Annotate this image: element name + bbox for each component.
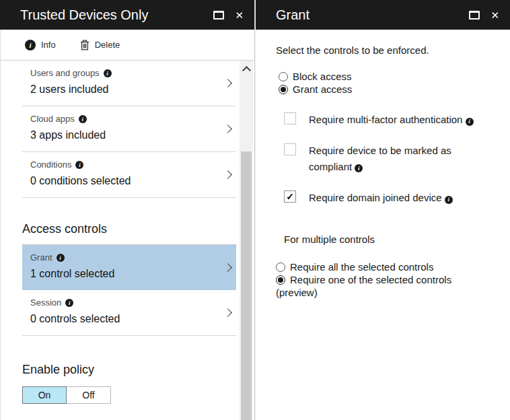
info-badge-icon: i [79,115,87,123]
access-controls-heading: Access controls [22,222,236,236]
radio-selected-icon [279,85,288,94]
multiple-controls-radio-group: Require all the selected controls Requir… [276,261,491,298]
checkmark-icon: ✓ [286,192,294,201]
chevron-right-icon [223,308,232,317]
policy-settings-list: Users and groups i 2 users included Clou… [22,61,236,404]
grant-blade-content: Select the controls to be enforced. Bloc… [256,30,510,298]
maximize-icon [469,11,480,20]
radio-require-one-control[interactable]: Require one of the selected controls [276,274,491,285]
chevron-right-icon [223,79,232,88]
require-compliant-label: Require device to be marked as compliant [309,145,451,172]
info-badge-icon: i [355,164,363,172]
session-value: 0 controls selected [30,313,220,325]
grant-subtitle: Select the controls to be enforced. [276,44,491,56]
grant-blade-title: Grant [276,7,458,23]
policy-toolbar: i Info Delete [0,30,254,61]
delete-button-label: Delete [95,40,120,50]
policy-blade-header: Trusted Devices Only ✕ [0,0,254,30]
grant-value: 1 control selected [30,268,220,280]
checkbox-require-mfa[interactable]: Require multi-factor authentication i [284,112,491,127]
list-item-conditions[interactable]: Conditions i 0 conditions selected [22,152,236,198]
radio-require-all-controls[interactable]: Require all the selected controls [276,261,491,273]
block-access-label: Block access [293,71,352,82]
info-badge-icon: i [466,118,474,126]
info-badge-icon: i [104,69,112,77]
close-button[interactable]: ✕ [235,10,244,20]
users-and-groups-label: Users and groups [30,68,100,78]
delete-button[interactable]: Delete [80,40,120,50]
list-item-grant[interactable]: Grant i 1 control selected [22,244,236,290]
multiple-controls-heading: For multiple controls [284,234,491,245]
users-and-groups-value: 2 users included [30,83,220,96]
close-button[interactable]: ✕ [490,10,499,20]
close-icon: ✕ [235,10,244,20]
enable-policy-on-button[interactable]: On [22,386,67,404]
info-button-label: Info [41,40,56,50]
checkbox-require-compliant-device[interactable]: Require device to be marked as compliant… [284,143,491,174]
require-all-controls-label: Require all the selected controls [290,261,433,273]
conditions-value: 0 conditions selected [30,175,220,187]
info-badge-icon: i [75,161,83,169]
trash-icon [80,40,89,50]
radio-selected-icon [276,275,285,285]
preview-suffix-label: (preview) [276,287,491,298]
info-button[interactable]: i Info [25,40,56,50]
enable-policy-off-button[interactable]: Off [67,386,111,404]
radio-unselected-icon [279,72,288,81]
list-item-cloud-apps[interactable]: Cloud apps i 3 apps included [22,106,236,152]
checkbox-unchecked-icon [284,112,296,125]
grant-label: Grant [30,252,52,262]
checkbox-checked-icon: ✓ [284,190,296,203]
cloud-apps-label: Cloud apps [30,114,75,124]
maximize-button[interactable] [213,11,224,20]
list-item-users-and-groups[interactable]: Users and groups i 2 users included [22,61,236,106]
enable-policy-heading: Enable policy [22,363,236,377]
info-badge-icon: i [57,254,65,262]
grant-blade-header: Grant ✕ [256,0,510,30]
close-icon: ✕ [490,10,499,20]
list-item-session[interactable]: Session i 0 controls selected [22,290,236,336]
checkbox-unchecked-icon [284,143,296,155]
access-type-radio-group: Block access Grant access [279,71,491,95]
info-badge-icon: i [65,299,73,307]
radio-block-access[interactable]: Block access [279,71,491,82]
scrollbar-thumb[interactable] [241,151,252,420]
policy-blade-title: Trusted Devices Only [20,7,203,23]
checkbox-require-domain-joined[interactable]: ✓ Require domain joined device i [284,190,491,205]
chevron-up-icon [242,66,251,75]
policy-blade: Trusted Devices Only ✕ i Info Delete [0,0,255,420]
grant-blade: Grant ✕ Select the controls to be enforc… [255,0,510,420]
radio-require-one-control-item: Require one of the selected controls (pr… [276,274,491,298]
chevron-right-icon [223,170,232,179]
require-mfa-label: Require multi-factor authentication [309,114,462,125]
cloud-apps-value: 3 apps included [30,129,220,141]
session-label: Session [30,298,61,308]
require-domain-joined-label: Require domain joined device [309,192,442,203]
chevron-right-icon [223,125,232,133]
radio-grant-access[interactable]: Grant access [279,83,491,95]
require-one-control-label: Require one of the selected controls [290,274,451,285]
radio-unselected-icon [276,262,285,272]
info-icon: i [25,40,36,50]
grant-access-label: Grant access [293,83,352,95]
scrollbar[interactable] [240,61,253,420]
policy-scroll-area: Users and groups i 2 users included Clou… [0,61,254,420]
scroll-up-button[interactable] [240,61,253,78]
conditions-label: Conditions [30,160,71,170]
enable-policy-toggle: On Off [22,386,236,404]
controls-checkbox-group: Require multi-factor authentication i Re… [284,112,491,205]
maximize-icon [213,11,224,20]
info-badge-icon: i [445,196,453,204]
chevron-right-icon [223,263,232,272]
maximize-button[interactable] [469,11,480,20]
